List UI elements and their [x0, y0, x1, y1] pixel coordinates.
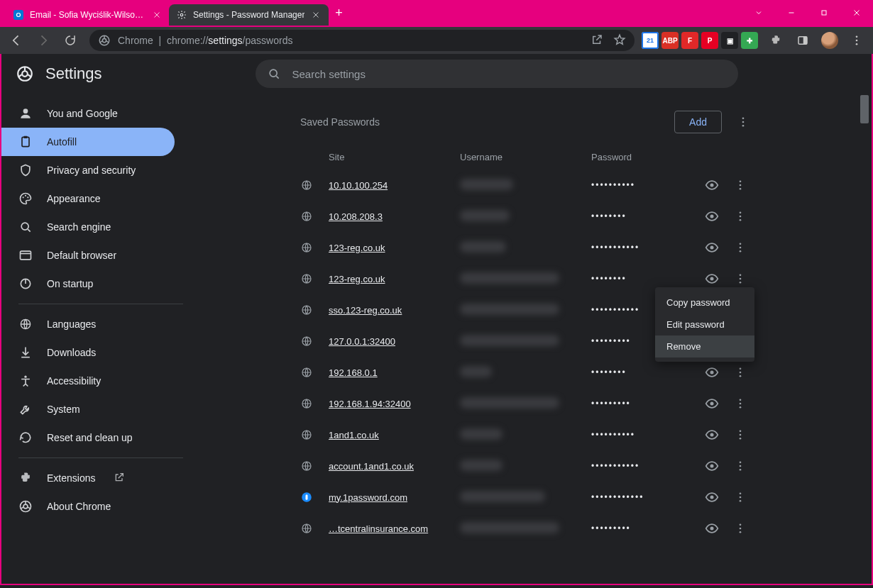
extensions-puzzle-icon[interactable]	[764, 30, 788, 51]
context-menu-item[interactable]: Edit password	[655, 314, 754, 335]
browser-menu-icon[interactable]	[845, 30, 869, 51]
password-row: account.1and1.co.uk•••••••••••	[286, 450, 769, 482]
show-password-button[interactable]	[698, 490, 726, 504]
sidebar-item-search-engine[interactable]: Search engine	[1, 213, 175, 241]
context-menu-item[interactable]: Copy password	[655, 292, 754, 314]
site-link[interactable]: 10.10.100.254	[329, 180, 460, 191]
site-link[interactable]: 10.208.208.3	[329, 211, 460, 222]
row-more-button[interactable]	[726, 491, 754, 504]
sidebar-item-extensions[interactable]: Extensions	[1, 464, 175, 492]
site-link[interactable]: 192.168.1.94:32400	[329, 399, 460, 409]
download-icon	[18, 345, 33, 360]
show-password-button[interactable]	[698, 272, 726, 286]
username-value	[460, 304, 591, 317]
sidebar-item-system[interactable]: System	[1, 395, 175, 423]
bookmark-icon[interactable]	[613, 33, 626, 48]
close-tab-icon[interactable]	[152, 9, 162, 21]
add-password-button[interactable]: Add	[674, 111, 722, 133]
sidebar-item-on-startup[interactable]: On startup	[1, 270, 175, 298]
show-password-button[interactable]	[698, 428, 726, 442]
sidebar-item-label: About Chrome	[47, 501, 111, 512]
show-password-button[interactable]	[698, 396, 726, 411]
side-panel-icon[interactable]	[791, 30, 815, 51]
window-dropdown[interactable]	[742, 0, 775, 26]
scrollbar-thumb[interactable]	[860, 95, 869, 123]
sidebar-item-downloads[interactable]: Downloads	[1, 338, 175, 367]
show-password-button[interactable]	[698, 521, 726, 536]
sidebar-item-accessibility[interactable]: Accessibility	[1, 367, 175, 395]
site-link[interactable]: my.1password.com	[329, 492, 460, 503]
browser-tab[interactable]: OEmail - Sofia Wyciślik-Wilson - O…	[6, 4, 169, 26]
password-masked: ••••••••••	[591, 430, 698, 440]
extension-abp-icon[interactable]: ABP	[661, 32, 679, 49]
sidebar-item-privacy-and-security[interactable]: Privacy and security	[1, 156, 175, 184]
sidebar-item-about-chrome[interactable]: About Chrome	[1, 492, 175, 521]
sidebar-item-default-browser[interactable]: Default browser	[1, 241, 175, 270]
window-maximize[interactable]	[808, 0, 840, 26]
row-more-button[interactable]	[726, 366, 754, 379]
show-password-button[interactable]	[698, 178, 726, 192]
show-password-button[interactable]	[698, 365, 726, 379]
person-icon	[18, 106, 33, 121]
site-link[interactable]: 123-reg.co.uk	[329, 274, 460, 284]
extension-green-icon[interactable]: ✚	[741, 32, 758, 49]
extension-pin-icon[interactable]: P	[701, 32, 718, 49]
col-username: Username	[460, 152, 591, 162]
nav-forward[interactable]	[31, 30, 55, 51]
accessibility-icon	[18, 374, 33, 388]
window-controls	[742, 0, 873, 26]
browser-tab[interactable]: Settings - Password Manager	[169, 4, 329, 26]
sidebar-item-appearance[interactable]: Appearance	[1, 184, 175, 213]
site-link[interactable]: …tcentralinsurance.com	[329, 523, 460, 534]
row-more-button[interactable]	[726, 179, 754, 192]
sidebar-item-label: Reset and clean up	[47, 432, 133, 443]
omnibox[interactable]: Chrome | chrome://settings/passwords	[89, 30, 635, 51]
password-masked: •••••••••••	[591, 243, 698, 253]
share-icon[interactable]	[591, 33, 603, 48]
site-link[interactable]: 127.0.0.1:32400	[329, 336, 460, 347]
scrollbar[interactable]	[859, 94, 870, 584]
extension-calendar-icon[interactable]: 21	[642, 32, 659, 49]
extension-flip-icon[interactable]: F	[681, 32, 698, 49]
row-more-button[interactable]	[726, 241, 754, 254]
site-favicon	[300, 335, 329, 348]
show-password-button[interactable]	[698, 209, 726, 223]
window-minimize[interactable]	[775, 0, 808, 26]
site-link[interactable]: sso.123-reg.co.uk	[329, 305, 460, 316]
nav-back[interactable]	[4, 30, 28, 51]
chrome-logo-icon	[16, 65, 34, 83]
username-value	[460, 272, 591, 286]
extension-pip-icon[interactable]: ▣	[721, 32, 738, 49]
profile-avatar[interactable]	[818, 30, 842, 51]
site-link[interactable]: account.1and1.co.uk	[329, 461, 460, 472]
row-more-button[interactable]	[726, 397, 754, 410]
sidebar-item-reset-and-clean-up[interactable]: Reset and clean up	[1, 423, 175, 452]
new-tab-button[interactable]: +	[329, 0, 348, 26]
site-link[interactable]: 123-reg.co.uk	[329, 243, 460, 253]
settings-main: Saved Passwords Add Site Username Passwo…	[183, 94, 872, 584]
password-row: 10.10.100.254••••••••••	[286, 170, 769, 201]
row-more-button[interactable]	[726, 522, 754, 535]
show-password-button[interactable]	[698, 459, 726, 473]
site-link[interactable]: 1and1.co.uk	[329, 430, 460, 440]
site-favicon	[300, 366, 329, 379]
show-password-button[interactable]	[698, 240, 726, 255]
nav-reload[interactable]	[58, 30, 82, 51]
settings-search-input[interactable]	[292, 68, 727, 80]
row-more-button[interactable]	[726, 428, 754, 441]
settings-search[interactable]	[256, 60, 738, 88]
sidebar-item-you-and-google[interactable]: You and Google	[1, 99, 175, 128]
site-favicon	[300, 272, 329, 285]
close-tab-icon[interactable]	[310, 9, 322, 21]
site-info-icon[interactable]	[98, 34, 111, 47]
section-more-button[interactable]	[732, 111, 754, 133]
row-more-button[interactable]	[726, 210, 754, 223]
row-more-button[interactable]	[726, 460, 754, 472]
sidebar-item-languages[interactable]: Languages	[1, 310, 175, 338]
window-close[interactable]	[840, 0, 873, 26]
content-area: Settings You and GoogleAutofillPrivacy a…	[0, 54, 873, 585]
row-more-button[interactable]	[726, 272, 754, 285]
sidebar-item-autofill[interactable]: Autofill	[1, 128, 175, 156]
site-link[interactable]: 192.168.0.1	[329, 367, 460, 378]
context-menu-item[interactable]: Remove	[655, 335, 754, 357]
